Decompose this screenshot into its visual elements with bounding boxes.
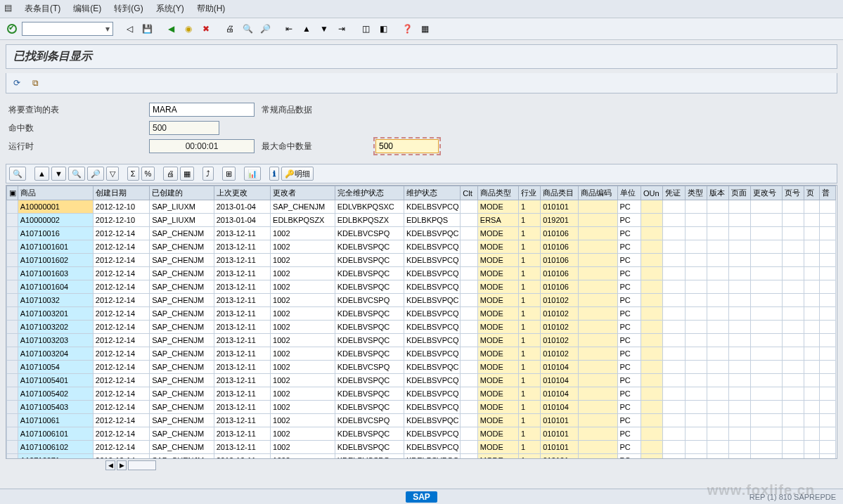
column-header[interactable]: 行业 [518, 186, 540, 200]
table-row[interactable]: A10710032032012-12-14SAP_CHENJM2013-12-1… [7, 334, 836, 347]
horizontal-scroll[interactable]: ◀ ▶ [6, 459, 837, 472]
table-row[interactable]: A10710054032012-12-14SAP_CHENJM2013-12-1… [7, 401, 836, 414]
print-icon[interactable]: 🖨 [222, 21, 238, 37]
shortcut-icon[interactable]: ◧ [375, 21, 391, 37]
row-selector[interactable] [7, 267, 18, 280]
info-icon[interactable]: ℹ [269, 167, 279, 181]
exit-icon[interactable]: ◉ [181, 21, 196, 37]
graphic-icon[interactable]: 📊 [244, 167, 261, 181]
views-icon[interactable]: ▦ [180, 167, 194, 181]
last-page-icon[interactable]: ⇥ [334, 21, 349, 37]
help-icon[interactable]: ❓ [399, 21, 415, 37]
column-header[interactable]: 创建日期 [93, 186, 149, 200]
column-header[interactable]: 页号 [782, 186, 804, 200]
details-icon[interactable]: 🔍 [9, 167, 26, 181]
prev-page-icon[interactable]: ▲ [299, 21, 314, 37]
column-header[interactable]: 更改号 [751, 186, 783, 200]
column-header[interactable]: Clt [461, 186, 478, 200]
scroll-right-icon[interactable]: ▶ [117, 460, 127, 470]
row-selector[interactable] [7, 200, 18, 214]
menu-item[interactable]: 编辑(E) [73, 3, 101, 15]
row-selector[interactable] [7, 361, 18, 374]
table-row[interactable]: A107100162012-12-14SAP_CHENJM2013-12-111… [7, 227, 836, 240]
table-row[interactable]: A10710032042012-12-14SAP_CHENJM2013-12-1… [7, 347, 836, 361]
sum-icon[interactable]: Σ [127, 167, 139, 181]
row-selector[interactable] [7, 214, 18, 227]
detail-button[interactable]: 🔑 明细 [281, 167, 314, 181]
column-header[interactable]: 页面 [729, 186, 751, 200]
refresh-icon[interactable]: ⟳ [9, 75, 25, 91]
table-row[interactable]: A10710032022012-12-14SAP_CHENJM2013-12-1… [7, 321, 836, 334]
table-row[interactable]: A10710061012012-12-14SAP_CHENJM2013-12-1… [7, 427, 836, 441]
find-icon[interactable]: 🔍 [240, 21, 255, 37]
row-selector[interactable] [7, 227, 18, 240]
row-selector[interactable] [7, 321, 18, 334]
find-next-alv-icon[interactable]: 🔎 [87, 167, 104, 181]
table-row[interactable]: A107100612012-12-14SAP_CHENJM2013-12-111… [7, 414, 836, 427]
column-header[interactable]: OUn [641, 186, 663, 200]
table-row[interactable]: A10710016022012-12-14SAP_CHENJM2013-12-1… [7, 254, 836, 267]
row-selector[interactable] [7, 280, 18, 294]
column-header[interactable]: 页 [804, 186, 820, 200]
layout-change-icon[interactable]: ⊞ [222, 167, 236, 181]
alv-grid[interactable]: ▣商品创建日期已创建的上次更改更改者完全维护状态维护状态Clt商品类型行业商品类… [6, 185, 837, 459]
row-selector[interactable] [7, 240, 18, 254]
scroll-track[interactable] [128, 460, 156, 470]
number-entries-icon[interactable]: ⧉ [27, 75, 43, 91]
menu-item[interactable]: 帮助(H) [197, 3, 226, 15]
menu-icon[interactable]: ▤ [4, 3, 12, 15]
table-row[interactable]: A107100712012-12-14SAP_CHENJM2013-12-111… [7, 454, 836, 460]
new-session-icon[interactable]: ◫ [358, 21, 373, 37]
table-row[interactable]: A10710016032012-12-14SAP_CHENJM2013-12-1… [7, 267, 836, 280]
export-icon[interactable]: ⤴ [202, 167, 214, 181]
table-row[interactable]: A10710061022012-12-14SAP_CHENJM2013-12-1… [7, 441, 836, 454]
row-selector[interactable] [7, 307, 18, 321]
row-selector[interactable] [7, 427, 18, 441]
scroll-left-icon[interactable]: ◀ [105, 460, 115, 470]
find-alv-icon[interactable]: 🔍 [68, 167, 85, 181]
column-header[interactable]: 普 [820, 186, 836, 200]
table-row[interactable]: A10710016042012-12-14SAP_CHENJM2013-12-1… [7, 280, 836, 294]
row-selector[interactable] [7, 401, 18, 414]
subtotal-icon[interactable]: % [141, 167, 155, 181]
command-field[interactable] [22, 22, 113, 36]
sort-desc-icon[interactable]: ▼ [51, 167, 66, 181]
table-row[interactable]: A10710054022012-12-14SAP_CHENJM2013-12-1… [7, 387, 836, 401]
column-header[interactable]: 商品类型 [477, 186, 518, 200]
save-icon[interactable]: 💾 [139, 21, 155, 37]
row-selector[interactable] [7, 454, 18, 460]
column-header[interactable]: 单位 [617, 186, 641, 200]
table-row[interactable]: A10710054012012-12-14SAP_CHENJM2013-12-1… [7, 374, 836, 387]
layout-icon[interactable]: ▦ [417, 21, 432, 37]
row-selector[interactable] [7, 254, 18, 267]
next-page-icon[interactable]: ▼ [316, 21, 332, 37]
column-header[interactable]: 商品类目 [541, 186, 579, 200]
column-header[interactable]: 版本 [707, 186, 728, 200]
row-selector[interactable] [7, 374, 18, 387]
column-header[interactable]: 上次更改 [214, 186, 270, 200]
row-selector[interactable] [7, 347, 18, 361]
table-row[interactable]: A100000022012-12-10SAP_LIUXM2013-01-04ED… [7, 214, 836, 227]
table-row[interactable]: A107100322012-12-14SAP_CHENJM2013-12-111… [7, 294, 836, 307]
column-header[interactable]: 商品编码 [578, 186, 617, 200]
column-header[interactable]: 维护状态 [404, 186, 460, 200]
maxhits-input[interactable] [375, 139, 439, 153]
column-header[interactable]: 类型 [685, 186, 707, 200]
cancel-icon[interactable]: ✖ [198, 21, 214, 37]
row-selector[interactable] [7, 387, 18, 401]
table-row[interactable]: A100000012012-12-10SAP_LIUXM2013-01-04SA… [7, 200, 836, 214]
menu-item[interactable]: 系统(Y) [156, 3, 184, 15]
row-selector[interactable] [7, 414, 18, 427]
filter-icon[interactable]: ▽ [106, 167, 119, 181]
column-header[interactable]: 更改者 [271, 186, 335, 200]
back-icon[interactable]: ◁ [122, 21, 137, 37]
row-selector[interactable] [7, 441, 18, 454]
column-header[interactable]: 已创建的 [150, 186, 214, 200]
row-selector[interactable] [7, 334, 18, 347]
sort-asc-icon[interactable]: ▲ [34, 167, 49, 181]
table-row[interactable]: A107100542012-12-14SAP_CHENJM2013-12-111… [7, 361, 836, 374]
enter-button[interactable] [4, 21, 20, 37]
table-row[interactable]: A10710032012012-12-14SAP_CHENJM2013-12-1… [7, 307, 836, 321]
column-header[interactable]: 完全维护状态 [335, 186, 404, 200]
column-header[interactable]: 凭证 [663, 186, 685, 200]
